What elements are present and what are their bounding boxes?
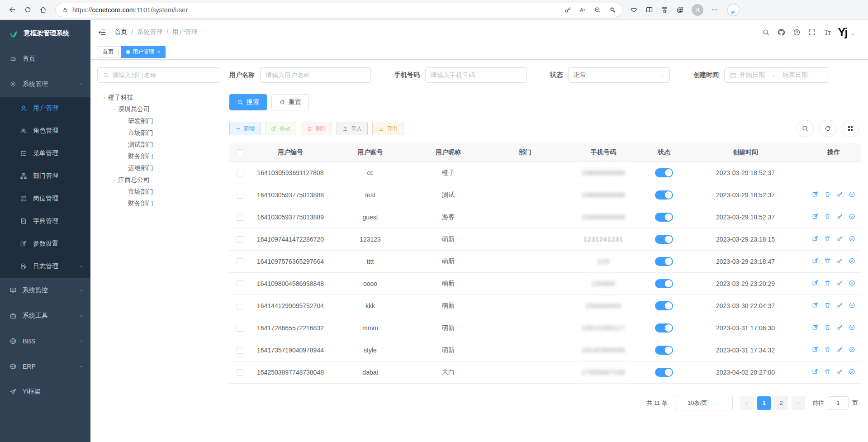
reset-password-icon[interactable] (836, 235, 843, 242)
app-logo[interactable]: 意框架管理系统 (0, 20, 90, 46)
tree-node[interactable]: 运维部门 (97, 162, 220, 174)
status-select[interactable]: 正常 (568, 67, 670, 83)
status-toggle[interactable] (655, 213, 673, 222)
delete-user-icon[interactable] (824, 324, 831, 331)
search-button[interactable]: 搜索 (229, 94, 267, 110)
tree-node[interactable]: 财务部门 (97, 151, 220, 162)
tree-node[interactable]: 江西总公司 (97, 174, 220, 186)
row-checkbox[interactable] (237, 369, 243, 376)
row-checkbox[interactable] (237, 170, 243, 176)
readaloud-icon[interactable] (579, 6, 586, 14)
search-icon[interactable] (762, 29, 770, 36)
prev-page-button[interactable] (740, 396, 754, 410)
reset-button[interactable]: 重置 (271, 94, 309, 110)
assign-role-icon[interactable] (849, 346, 855, 353)
reset-password-icon[interactable] (836, 257, 843, 264)
starplus-icon[interactable] (609, 6, 616, 14)
caret-down-icon[interactable] (110, 107, 118, 112)
row-checkbox[interactable] (237, 303, 243, 309)
sidebar-subitem[interactable]: 字典管理 (0, 210, 90, 233)
browser-home-button[interactable] (35, 2, 51, 18)
zoomout-icon[interactable] (594, 6, 601, 14)
row-checkbox[interactable] (237, 280, 243, 287)
date-range-picker[interactable]: 开始日期 - 结束日期 (724, 67, 829, 83)
status-toggle[interactable] (655, 323, 673, 333)
sidebar-subitem[interactable]: 参数设置 (0, 233, 90, 255)
assign-role-icon[interactable] (849, 191, 855, 198)
browser-profile-button[interactable] (692, 4, 703, 16)
sidebar-subitem[interactable]: 菜单管理 (0, 142, 90, 165)
reset-password-icon[interactable] (836, 346, 843, 353)
delete-user-icon[interactable] (824, 280, 831, 286)
row-checkbox[interactable] (237, 192, 243, 199)
question-icon[interactable] (793, 29, 801, 36)
sidebar-subitem[interactable]: 部门管理 (0, 165, 90, 187)
github-icon[interactable] (778, 29, 785, 36)
user-avatar[interactable]: Yj (838, 27, 847, 38)
row-checkbox[interactable] (237, 214, 243, 221)
tag-view-item[interactable]: 首页 (98, 46, 119, 58)
delete-user-button[interactable]: 删除 (301, 122, 332, 135)
assign-role-icon[interactable] (849, 324, 855, 331)
caret-down-icon[interactable] (100, 95, 108, 100)
sidebar-subitem[interactable]: 角色管理 (0, 119, 90, 142)
tag-view-item[interactable]: 用户管理× (121, 46, 166, 58)
tree-node[interactable]: 财务部门 (97, 198, 220, 209)
delete-user-icon[interactable] (824, 235, 831, 242)
browser-back-button[interactable] (5, 2, 20, 18)
row-checkbox[interactable] (237, 325, 243, 332)
bing-copilot-icon[interactable] (726, 3, 740, 17)
status-toggle[interactable] (655, 279, 673, 288)
assign-role-icon[interactable] (849, 368, 855, 375)
goto-page-input[interactable] (828, 396, 849, 410)
delete-user-icon[interactable] (824, 368, 831, 375)
status-toggle[interactable] (655, 190, 673, 200)
status-toggle[interactable] (655, 368, 673, 377)
status-toggle[interactable] (655, 168, 673, 177)
sidebar-item[interactable]: Yi框架 (0, 379, 90, 404)
row-checkbox[interactable] (237, 347, 243, 354)
export-button[interactable]: 导出 (372, 122, 403, 135)
fontsize-icon[interactable] (824, 29, 831, 36)
status-toggle[interactable] (655, 346, 673, 355)
edit-user-icon[interactable] (812, 191, 819, 198)
edit-user-icon[interactable] (812, 368, 819, 375)
tree-node[interactable]: 测试部门 (97, 139, 220, 151)
delete-user-icon[interactable] (824, 346, 831, 353)
phone-field[interactable] (425, 67, 527, 83)
reset-password-icon[interactable] (836, 280, 843, 286)
essentials-icon[interactable] (630, 6, 638, 14)
page-button[interactable]: 2 (774, 396, 788, 410)
sidebar-subitem[interactable]: 岗位管理 (0, 187, 90, 210)
grid-circle-button[interactable] (842, 120, 859, 137)
dots-icon[interactable] (711, 6, 719, 14)
add-user-button[interactable]: 新增 (229, 122, 261, 135)
split-icon[interactable] (645, 6, 653, 14)
page-size-select[interactable]: 10条/页 (675, 396, 733, 410)
sidebar-item[interactable]: ERP (0, 354, 90, 379)
status-toggle[interactable] (655, 301, 673, 310)
next-page-button[interactable] (792, 396, 805, 410)
search-circle-button[interactable] (797, 120, 814, 137)
reset-password-icon[interactable] (836, 368, 843, 375)
department-search-input[interactable] (112, 71, 215, 79)
sidebar-item[interactable]: 系统监控 (0, 278, 90, 303)
tree-node[interactable]: 研发部门 (97, 115, 220, 127)
breadcrumb-item[interactable]: 用户管理 (172, 28, 198, 36)
reset-password-icon[interactable] (836, 324, 843, 331)
delete-user-icon[interactable] (824, 257, 831, 264)
sidebar-item[interactable]: BBS (0, 328, 90, 354)
delete-user-icon[interactable] (824, 213, 831, 220)
reset-password-icon[interactable] (836, 213, 843, 220)
assign-role-icon[interactable] (849, 213, 855, 220)
delete-user-icon[interactable] (824, 302, 831, 309)
edit-user-icon[interactable] (812, 346, 819, 353)
refresh-circle-button[interactable] (819, 120, 836, 137)
page-button[interactable]: 1 (757, 396, 771, 410)
status-toggle[interactable] (655, 257, 673, 266)
assign-role-icon[interactable] (849, 302, 855, 309)
edit-user-icon[interactable] (812, 235, 819, 242)
assign-role-icon[interactable] (849, 257, 855, 264)
assign-role-icon[interactable] (849, 280, 855, 286)
tree-node[interactable]: 橙子科技 (97, 92, 220, 104)
